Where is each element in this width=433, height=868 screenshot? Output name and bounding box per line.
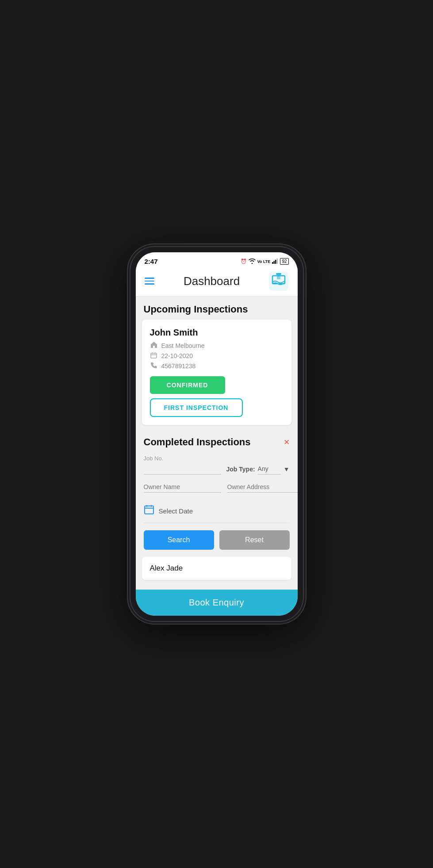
network-text: Vo LTE bbox=[257, 259, 271, 264]
result-name: Alex Jade bbox=[150, 564, 183, 572]
battery-icon: 92 bbox=[280, 258, 288, 265]
phone-icon bbox=[150, 362, 158, 370]
hamburger-line-2 bbox=[145, 281, 154, 282]
date-text: 22-10-2020 bbox=[161, 352, 193, 359]
confirmed-button[interactable]: CONFIRMED bbox=[150, 376, 225, 394]
svg-rect-2 bbox=[275, 260, 276, 264]
owner-name-field bbox=[144, 482, 221, 493]
book-enquiry-label: Book Enquiry bbox=[189, 598, 244, 607]
date-picker-row[interactable]: Select Date bbox=[144, 500, 290, 523]
hamburger-menu-button[interactable] bbox=[145, 278, 154, 285]
dropdown-arrow-icon: ▼ bbox=[284, 466, 290, 475]
calendar-icon bbox=[144, 504, 154, 517]
svg-rect-7 bbox=[276, 273, 281, 275]
completed-section-title: Completed Inspections bbox=[144, 436, 251, 448]
scroll-content[interactable]: Upcoming Inspections John Smith East Mel… bbox=[136, 297, 298, 590]
filter-section: Job No. Job Type: Any ▼ bbox=[136, 451, 298, 523]
phone-row: 4567891238 bbox=[150, 362, 284, 370]
owner-address-input[interactable] bbox=[227, 482, 298, 493]
action-buttons: Search Reset bbox=[136, 530, 298, 557]
svg-rect-8 bbox=[151, 353, 157, 358]
result-card[interactable]: Alex Jade bbox=[142, 557, 291, 580]
owner-name-input[interactable] bbox=[144, 482, 221, 493]
page-title: Dashboard bbox=[184, 274, 240, 288]
job-type-select[interactable]: Any bbox=[258, 463, 281, 475]
address-text: East Melbourne bbox=[161, 342, 205, 349]
job-no-field: Job No. bbox=[144, 455, 221, 475]
upcoming-inspection-card: John Smith East Melbourne bbox=[142, 320, 291, 425]
close-button[interactable]: × bbox=[284, 436, 290, 448]
completed-section-header: Completed Inspections × bbox=[136, 429, 298, 451]
app-header: Dashboard bbox=[136, 268, 298, 297]
status-icons: ⏰ Vo LTE bbox=[241, 258, 289, 265]
first-inspection-button[interactable]: FIRST INSPECTION bbox=[150, 398, 243, 417]
phone-frame: 2:47 ⏰ Vo LTE bbox=[130, 247, 303, 621]
filter-row-2 bbox=[144, 482, 290, 493]
svg-rect-0 bbox=[272, 262, 273, 264]
upcoming-section-title: Upcoming Inspections bbox=[136, 297, 298, 320]
alarm-icon: ⏰ bbox=[241, 258, 247, 264]
owner-address-field bbox=[227, 482, 298, 493]
select-date-label: Select Date bbox=[159, 507, 193, 515]
filter-row-1: Job No. Job Type: Any ▼ bbox=[144, 455, 290, 475]
phone-text: 4567891238 bbox=[161, 363, 196, 370]
svg-rect-3 bbox=[277, 258, 278, 264]
date-row: 22-10-2020 bbox=[150, 352, 284, 360]
reset-button[interactable]: Reset bbox=[219, 530, 290, 550]
hamburger-line-3 bbox=[145, 283, 154, 285]
calendar-small-icon bbox=[150, 352, 158, 360]
job-no-input[interactable] bbox=[144, 463, 221, 475]
search-button[interactable]: Search bbox=[144, 530, 214, 550]
pool-logo-icon bbox=[269, 271, 288, 291]
signal-icon bbox=[272, 258, 278, 265]
status-bar: 2:47 ⏰ Vo LTE bbox=[136, 252, 298, 268]
job-type-label: Job Type: bbox=[226, 466, 255, 475]
status-time: 2:47 bbox=[145, 258, 158, 265]
phone-screen: 2:47 ⏰ Vo LTE bbox=[136, 252, 298, 616]
svg-rect-12 bbox=[145, 506, 153, 514]
book-enquiry-bar[interactable]: Book Enquiry bbox=[136, 590, 298, 616]
hamburger-line-1 bbox=[145, 278, 154, 279]
svg-rect-1 bbox=[274, 261, 275, 264]
client-name: John Smith bbox=[150, 328, 284, 338]
job-type-group: Job Type: Any ▼ bbox=[226, 463, 290, 475]
wifi-icon bbox=[249, 258, 256, 265]
address-row: East Melbourne bbox=[150, 341, 284, 350]
home-icon bbox=[150, 341, 158, 350]
job-no-label: Job No. bbox=[144, 455, 221, 462]
